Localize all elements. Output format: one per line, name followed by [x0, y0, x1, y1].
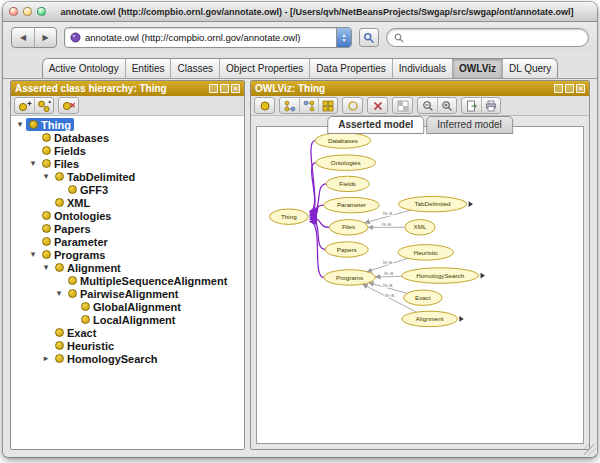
collapsed-triangle-icon[interactable]: ▸: [40, 352, 52, 365]
tree-node-box: MultipleSequenceAlignment: [65, 274, 230, 287]
tab-individuals[interactable]: Individuals: [393, 59, 453, 78]
expanded-triangle-icon[interactable]: ▾: [27, 248, 39, 261]
tree-item-heuristic[interactable]: Heuristic: [11, 339, 244, 352]
edge-label: is-a: [383, 282, 393, 288]
graph-node-tabdelimited[interactable]: TabDelimited: [398, 196, 473, 211]
tab-owlviz[interactable]: OWLViz: [453, 59, 503, 78]
tree-node-box: Databases: [39, 131, 112, 144]
tab-active-ontology[interactable]: Active Ontology: [43, 59, 126, 78]
zoom-out-button[interactable]: [418, 98, 437, 113]
graph-node-files[interactable]: Files: [329, 220, 368, 235]
close-panel-icon[interactable]: ×: [576, 84, 585, 93]
zoom-window-button[interactable]: [37, 7, 46, 16]
tree-item-databases[interactable]: Databases: [11, 131, 244, 144]
tree-item-label: Papers: [54, 223, 91, 235]
class-button[interactable]: [255, 98, 274, 113]
search-field[interactable]: [386, 28, 589, 47]
graph-node-fields[interactable]: Fields: [326, 176, 369, 191]
expanded-triangle-icon[interactable]: ▾: [40, 170, 52, 183]
float-panel-icon[interactable]: [565, 84, 574, 93]
float-panel-icon[interactable]: [220, 84, 229, 93]
graph-node-papers[interactable]: Papers: [325, 242, 368, 257]
search-input[interactable]: [408, 32, 581, 43]
graph-node-thing[interactable]: Thing: [270, 209, 309, 224]
show-subclasses-button[interactable]: [280, 98, 299, 113]
tree-item-papers[interactable]: Papers: [11, 222, 244, 235]
graph-node-parameter[interactable]: Parameter: [324, 197, 380, 212]
class-icon: [55, 263, 64, 272]
tree-node-box: HomologySearch: [52, 352, 160, 365]
class-hierarchy-panel: Asserted class hierarchy: Thing × ▾Thing…: [10, 80, 245, 450]
graph-node-ontologies[interactable]: Ontologies: [316, 155, 376, 170]
window-layout-button[interactable]: [318, 98, 337, 113]
graph-node-homologysearch[interactable]: HomologySearch: [402, 268, 485, 283]
export-graph-button[interactable]: [462, 98, 481, 113]
add-sibling-class-button[interactable]: [34, 98, 53, 113]
owlviz-header-icons: ×: [554, 84, 585, 93]
selector-stepper-icon[interactable]: ▲▼: [336, 28, 351, 47]
expand-panel-icon[interactable]: [554, 84, 563, 93]
tree-item-xml[interactable]: XML: [11, 196, 244, 209]
tree-item-thing[interactable]: ▾Thing: [11, 118, 244, 131]
graph-node-programs[interactable]: Programs: [324, 270, 375, 285]
tab-object-properties[interactable]: Object Properties: [220, 59, 310, 78]
graph-node-xml[interactable]: XML: [405, 220, 435, 235]
node-collapsed-indicator-icon[interactable]: [469, 201, 473, 207]
model-tab-asserted-model[interactable]: Asserted model: [327, 116, 424, 134]
print-graph-button[interactable]: [481, 98, 500, 113]
tree-item-tabdelimited[interactable]: ▾TabDelimited: [11, 170, 244, 183]
owlviz-graph[interactable]: is-ais-ais-ais-ais-ais-aDatabasesOntolog…: [257, 127, 583, 443]
close-panel-icon[interactable]: ×: [231, 84, 240, 93]
tree-item-localalignment[interactable]: LocalAlignment: [11, 313, 244, 326]
tree-item-programs[interactable]: ▾Programs: [11, 248, 244, 261]
delete-class-button[interactable]: [59, 98, 78, 113]
tree-item-alignment[interactable]: ▾Alignment: [11, 261, 244, 274]
model-tab-inferred-model[interactable]: Inferred model: [426, 116, 512, 134]
graph-node-exact[interactable]: Exact: [404, 290, 443, 305]
tree-item-fields[interactable]: Fields: [11, 144, 244, 157]
window-resize-grip[interactable]: [584, 444, 596, 456]
tab-data-properties[interactable]: Data Properties: [310, 59, 392, 78]
node-collapsed-indicator-icon[interactable]: [481, 273, 485, 279]
expand-panel-icon[interactable]: [209, 84, 218, 93]
tree-item-globalalignment[interactable]: GlobalAlignment: [11, 300, 244, 313]
class-icon: [42, 250, 51, 259]
graph-node-alignment[interactable]: Alignment: [402, 311, 464, 326]
expanded-triangle-icon[interactable]: ▾: [40, 261, 52, 274]
tree-item-multiplesequencealignment[interactable]: MultipleSequenceAlignment: [11, 274, 244, 287]
svg-text:Files: Files: [342, 223, 355, 230]
tab-classes[interactable]: Classes: [171, 59, 220, 78]
zoom-in-button[interactable]: [437, 98, 456, 113]
tree-item-homologysearch[interactable]: ▸HomologySearch: [11, 352, 244, 365]
expanded-triangle-icon[interactable]: ▾: [14, 118, 26, 131]
stipple-button[interactable]: [393, 98, 412, 113]
minimize-window-button[interactable]: [23, 7, 32, 16]
expanded-triangle-icon[interactable]: ▾: [53, 287, 65, 300]
expanded-triangle-icon[interactable]: ▾: [27, 157, 39, 170]
close-window-button[interactable]: [9, 7, 18, 16]
add-subclass-button[interactable]: [15, 98, 34, 113]
tree-node-box: GlobalAlignment: [78, 300, 184, 313]
tree-node-box: PairwiseAlignment: [65, 287, 181, 300]
tree-item-parameter[interactable]: Parameter: [11, 235, 244, 248]
node-collapsed-indicator-icon[interactable]: [459, 316, 463, 322]
graph-node-databases[interactable]: Databases: [315, 133, 371, 148]
tree-item-ontologies[interactable]: Ontologies: [11, 209, 244, 222]
remove-class-button[interactable]: [368, 98, 387, 113]
forward-button[interactable]: ▶: [34, 28, 56, 47]
tab-dl-query[interactable]: DL Query: [503, 59, 557, 78]
titlebar[interactable]: annotate.owl (http://compbio.ornl.gov/an…: [3, 2, 597, 22]
hide-class-button[interactable]: [343, 98, 362, 113]
tab-entities[interactable]: Entities: [126, 59, 172, 78]
graph-node-heuristic[interactable]: Heuristic: [398, 245, 454, 260]
find-entity-button[interactable]: [359, 28, 379, 47]
tree-item-files[interactable]: ▾Files: [11, 157, 244, 170]
tree-item-gff3[interactable]: GFF3: [11, 183, 244, 196]
show-superclasses-button[interactable]: [299, 98, 318, 113]
back-button[interactable]: ◀: [12, 28, 34, 47]
tree-item-label: TabDelimited: [67, 171, 135, 183]
tree-item-exact[interactable]: Exact: [11, 326, 244, 339]
tree-item-pairwisealignment[interactable]: ▾PairwiseAlignment: [11, 287, 244, 300]
active-ontology-selector[interactable]: annotate.owl (http://compbio.ornl.gov/an…: [64, 27, 352, 48]
class-icon: [81, 315, 90, 324]
